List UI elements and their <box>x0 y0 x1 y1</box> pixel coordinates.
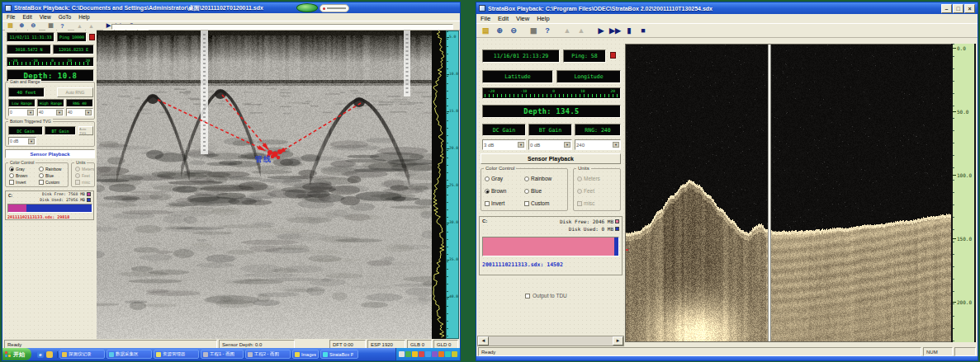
tvg-combo[interactable]: 0 dB▼ <box>8 137 36 145</box>
maximize-button[interactable]: □ <box>953 4 963 13</box>
windows-taskbar: 开始e探测仪记录数据采集区资源管理器工程1 - 画图工程2 - 画图Images… <box>2 348 460 360</box>
checkbox-invert[interactable]: Invert <box>9 180 26 185</box>
help-icon[interactable]: ? <box>57 21 68 31</box>
scroll-left-icon[interactable]: ◄ <box>478 336 489 346</box>
combo-box[interactable]: 0 dB▼ <box>528 139 572 150</box>
radio-blue[interactable]: Blue <box>39 173 54 178</box>
radio-meters[interactable]: Meters <box>577 176 600 181</box>
radio-brown[interactable]: Brown <box>9 173 27 178</box>
page-up-icon[interactable]: ▲ <box>561 25 574 36</box>
play-icon[interactable]: ▶ <box>594 25 608 36</box>
minor-ticks <box>447 31 448 338</box>
scroll-right-icon[interactable]: ► <box>613 336 623 346</box>
menu-item-edit[interactable]: Edit <box>22 14 31 20</box>
combo-box[interactable]: 240▼ <box>575 139 621 150</box>
status-ready: Ready <box>478 347 921 356</box>
ie-icon[interactable]: e <box>37 351 44 358</box>
left-titlebar[interactable]: StrataBox Playback: C:\Documents and Set… <box>2 2 460 13</box>
taskbar-button[interactable]: 资源管理器 <box>154 350 199 359</box>
toolbar-field[interactable] <box>111 24 453 30</box>
open-folder-icon[interactable]: ▤ <box>5 21 16 31</box>
checkbox-misc[interactable]: misc <box>577 200 594 206</box>
used-color-swatch <box>87 198 91 202</box>
menu-item-edit[interactable]: Edit <box>498 15 509 22</box>
combo-box[interactable]: 40▼ <box>37 108 64 116</box>
taskbar-button[interactable]: Images <box>292 350 319 359</box>
combo-box[interactable]: 3 dB▼ <box>482 139 526 150</box>
depth-ruler-label: 5.0 <box>449 35 456 39</box>
checkbox-invert[interactable]: Invert <box>485 200 504 206</box>
color-control-group: Color Control GrayRainbowBrownBlueInvert… <box>481 168 568 211</box>
zoom-in-icon[interactable]: ⊕ <box>17 21 27 31</box>
taskbar-button[interactable]: 工程1 - 画图 <box>201 350 244 359</box>
desktop-icon[interactable] <box>46 351 53 358</box>
radio-blue[interactable]: Blue <box>524 188 542 194</box>
radio-gray[interactable]: Gray <box>9 167 25 172</box>
tray-icon[interactable] <box>445 351 451 357</box>
ruler-tick-label: -10 <box>520 89 527 93</box>
panel-hscrollbar[interactable]: ◄ ► <box>477 336 624 346</box>
menu-item-view[interactable]: View <box>516 15 529 22</box>
radio-gray[interactable]: Gray <box>485 176 503 181</box>
radio-feet[interactable]: Feet <box>75 173 90 178</box>
checkbox-misc[interactable]: misc <box>75 180 90 185</box>
tray-icon[interactable] <box>412 351 418 357</box>
radio-brown[interactable]: Brown <box>485 188 506 194</box>
output-tdu-checkbox[interactable]: Output to TDU <box>525 293 567 299</box>
page-down-icon[interactable]: ▲ <box>86 21 97 31</box>
checkbox-custom[interactable]: Custom <box>524 200 549 206</box>
zoom-in-icon[interactable]: ⊕ <box>493 25 506 36</box>
taskbar-button[interactable]: StrataBox P <box>320 350 358 359</box>
fast-forward-icon[interactable]: ▶▶ <box>608 25 622 36</box>
position-ruler: -20-1001020 <box>482 87 621 99</box>
taskbar-button[interactable]: 探测仪记录 <box>59 350 105 359</box>
menu-item-file[interactable]: File <box>481 15 490 22</box>
zoom-out-icon[interactable]: ⊖ <box>507 25 520 36</box>
sensor-playback-header: Sensor Playback <box>5 149 95 158</box>
menu-item-file[interactable]: File <box>7 14 15 20</box>
radio-meters[interactable]: Meters <box>75 167 94 172</box>
taskbar-button[interactable]: 工程2 - 画图 <box>245 350 291 359</box>
page-down-icon[interactable]: ▲ <box>575 25 588 36</box>
combo-box[interactable]: 40▼ <box>66 108 93 116</box>
combo-box[interactable]: 0▼ <box>8 108 36 116</box>
close-button[interactable]: × <box>964 4 975 13</box>
tray-icon[interactable] <box>432 351 438 357</box>
tray-icon[interactable] <box>452 351 457 357</box>
taskbar-button-icon <box>109 352 114 357</box>
tray-icon[interactable] <box>438 351 444 357</box>
units-label: Units <box>74 160 87 165</box>
record-indicator[interactable] <box>610 52 616 59</box>
menu-item-help[interactable]: Help <box>78 14 89 20</box>
radio-rainbow[interactable]: Rainbow <box>39 167 61 172</box>
radio-feet[interactable]: Feet <box>577 188 594 194</box>
minimize-button[interactable]: – <box>941 4 952 13</box>
help-icon[interactable]: ? <box>541 25 554 36</box>
page-up-icon[interactable]: ▲ <box>74 21 85 31</box>
stop-icon[interactable]: ■ <box>637 25 650 36</box>
record-indicator[interactable] <box>89 34 95 40</box>
print-icon[interactable]: ▦ <box>527 25 540 36</box>
datetime-display: 11/02/11 11:31:33 <box>7 32 54 42</box>
start-button[interactable]: 开始 <box>2 348 31 360</box>
right-titlebar[interactable]: StrataBox Playback: C:\Program Files\ODE… <box>476 2 978 14</box>
auto-rng-button[interactable]: Auto RNG <box>57 87 93 97</box>
print-icon[interactable]: ▦ <box>45 21 56 31</box>
tray-icon[interactable] <box>399 351 405 357</box>
taskbar-button[interactable]: 数据采集区 <box>107 350 152 359</box>
longitude-display: 12016.8233 E <box>53 45 94 54</box>
auto-tvg-button[interactable]: Auto TVG <box>78 126 93 135</box>
zoom-out-icon[interactable]: ⊖ <box>28 21 39 31</box>
tray-icon[interactable] <box>405 351 411 357</box>
drive-label: C: <box>482 219 487 223</box>
menu-item-view[interactable]: View <box>40 14 51 20</box>
open-folder-icon[interactable]: ▤ <box>479 25 492 36</box>
menu-item-goto[interactable]: GoTo <box>59 14 72 20</box>
pause-icon[interactable]: ▮ <box>623 25 636 36</box>
menu-item-help[interactable]: Help <box>537 15 549 22</box>
tray-icon[interactable] <box>419 351 424 357</box>
radio-rainbow[interactable]: Rainbow <box>524 176 552 181</box>
tray-icon[interactable] <box>425 351 431 357</box>
checkbox-custom[interactable]: Custom <box>39 180 59 185</box>
latitude-display: Latitude <box>482 70 553 83</box>
